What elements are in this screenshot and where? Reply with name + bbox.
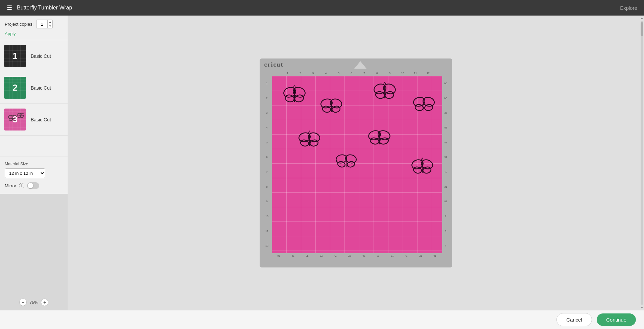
butterfly-3 bbox=[372, 79, 399, 103]
material-size-select[interactable]: 12 in x 12 in 12 in x 24 in bbox=[5, 168, 45, 178]
scrollbar-track[interactable] bbox=[641, 21, 643, 305]
scrollbar-thumb bbox=[641, 22, 643, 36]
mat-header: cricut bbox=[262, 61, 450, 69]
zoom-value: 75% bbox=[29, 300, 38, 305]
header-title: Butterfly Tumbler Wrap bbox=[17, 5, 72, 11]
menu-icon[interactable]: ☰ bbox=[7, 4, 12, 11]
svg-point-11 bbox=[292, 86, 306, 99]
sidebar-settings: Material Size 12 in x 12 in 12 in x 24 i… bbox=[0, 157, 68, 194]
mat-thumbnail-2: 2 bbox=[4, 77, 26, 99]
sidebar-bottom-empty bbox=[0, 194, 68, 310]
cancel-button[interactable]: Cancel bbox=[556, 313, 592, 326]
butterfly-8 bbox=[410, 156, 435, 178]
mat-number-1: 1 bbox=[13, 51, 17, 61]
material-size-label: Material Size bbox=[5, 162, 63, 166]
butterfly-1 bbox=[281, 83, 308, 107]
mat-grid-container: 1 2 3 4 5 6 7 8 9 10 11 12 bbox=[262, 71, 450, 259]
zoom-bar: − 75% + bbox=[0, 299, 68, 306]
butterfly-7 bbox=[334, 150, 359, 171]
ruler-bottom: 0€ 8Z LL 9Z tZ ZZ 0Z 81 91 t1 Z1 01 bbox=[272, 253, 442, 259]
mat-list: 1 Basic Cut 2 Basic Cut 3 bbox=[0, 40, 68, 157]
mirror-row: Mirror i bbox=[5, 182, 63, 189]
zoom-in-button[interactable]: + bbox=[41, 299, 48, 306]
header: ☰ Butterfly Tumbler Wrap Explore bbox=[0, 0, 644, 16]
mat-thumbnail-1: 1 bbox=[4, 45, 26, 67]
pink-grid bbox=[272, 76, 442, 253]
zoom-out-button[interactable]: − bbox=[19, 299, 27, 306]
butterfly-5 bbox=[297, 128, 323, 150]
mirror-label: Mirror bbox=[5, 183, 16, 188]
cricut-logo: cricut bbox=[264, 61, 284, 68]
scroll-up-arrow[interactable]: ▲ bbox=[640, 16, 644, 20]
mat-thumbnail-3: 3 bbox=[4, 109, 26, 131]
mirror-toggle[interactable] bbox=[27, 182, 39, 189]
canvas-scrollbar: ▲ ▼ bbox=[640, 16, 644, 310]
ruler-top: 1 2 3 4 5 6 7 8 9 10 11 12 bbox=[272, 71, 442, 76]
explore-link[interactable]: Explore bbox=[620, 5, 637, 11]
copies-input[interactable] bbox=[37, 22, 47, 27]
butterfly-2 bbox=[319, 95, 344, 117]
footer: Cancel Continue bbox=[0, 310, 644, 329]
svg-point-21 bbox=[382, 82, 397, 95]
scroll-down-arrow[interactable]: ▼ bbox=[640, 305, 644, 310]
copies-down-button[interactable]: ▼ bbox=[48, 24, 52, 29]
copies-spinners: ▲ ▼ bbox=[47, 20, 52, 28]
apply-button[interactable]: Apply bbox=[5, 31, 16, 36]
mat-item-1[interactable]: 1 Basic Cut bbox=[0, 40, 68, 72]
mat-number-3: 3 bbox=[13, 114, 17, 125]
svg-point-10 bbox=[282, 86, 297, 99]
svg-point-20 bbox=[373, 82, 387, 95]
info-icon[interactable]: i bbox=[19, 183, 24, 188]
project-copies-label: Project copies: bbox=[5, 22, 33, 27]
mat-item-2[interactable]: 2 Basic Cut bbox=[0, 72, 68, 104]
butterfly-4 bbox=[412, 93, 437, 115]
sidebar: Project copies: ▲ ▼ Apply 1 Basic Cut bbox=[0, 16, 68, 310]
continue-button[interactable]: Continue bbox=[597, 313, 636, 326]
toggle-knob bbox=[28, 183, 33, 188]
mat-arrow bbox=[354, 61, 366, 69]
mat-item-3[interactable]: 3 Basic Cut bbox=[0, 104, 68, 136]
mat-number-2: 2 bbox=[13, 83, 17, 93]
project-copies-row: Project copies: ▲ ▼ bbox=[5, 20, 63, 28]
header-left: ☰ Butterfly Tumbler Wrap bbox=[7, 4, 72, 11]
main-layout: Project copies: ▲ ▼ Apply 1 Basic Cut bbox=[0, 16, 644, 310]
mat-label-2: Basic Cut bbox=[31, 85, 51, 91]
cutting-mat: cricut 1 2 3 4 5 6 7 8 bbox=[260, 58, 452, 267]
mat-label-1: Basic Cut bbox=[31, 53, 51, 59]
copies-input-wrap: ▲ ▼ bbox=[36, 20, 53, 28]
sidebar-top: Project copies: ▲ ▼ Apply bbox=[0, 16, 68, 40]
copies-up-button[interactable]: ▲ bbox=[48, 20, 52, 24]
ruler-left: 1 2 3 4 5 6 7 8 9 10 11 12 bbox=[262, 76, 272, 253]
butterfly-6 bbox=[366, 126, 393, 149]
svg-point-2 bbox=[9, 118, 13, 121]
ruler-right: 0C 0C 2Z 0Z 81 91 t1 21 01 8 9 t bbox=[442, 76, 450, 253]
mat-label-3: Basic Cut bbox=[31, 117, 51, 122]
canvas-area: cricut 1 2 3 4 5 6 7 8 bbox=[68, 16, 644, 310]
